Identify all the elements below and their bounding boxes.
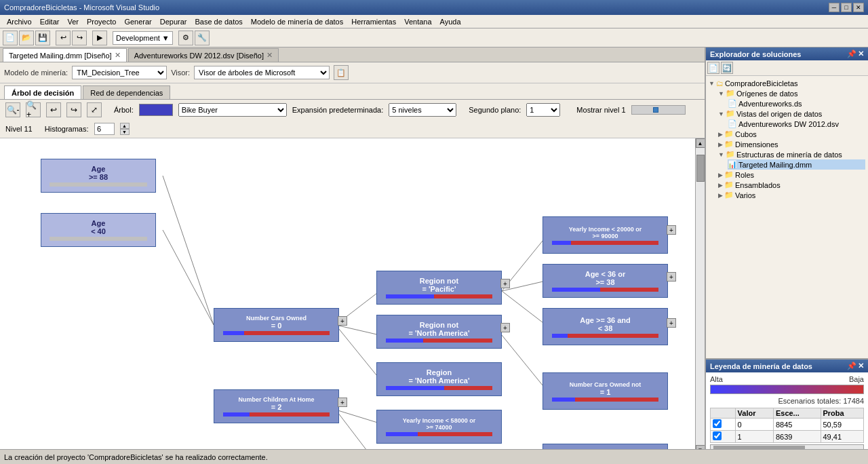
bg-select[interactable]: 1: [526, 103, 560, 117]
new-button[interactable]: 📄: [3, 31, 18, 45]
legend-total: Escenarios totales: 17484: [710, 397, 864, 405]
minimize-button[interactable]: ─: [829, 3, 840, 12]
se-close-button[interactable]: ✕: [858, 50, 864, 58]
save-button[interactable]: 💾: [35, 31, 50, 45]
node-num-cars-owned-0[interactable]: Number Cars Owned = 0: [214, 308, 339, 342]
legend-check-0[interactable]: [713, 419, 722, 428]
se-roles[interactable]: ▶ 📁 Roles: [718, 170, 865, 180]
vertical-scrollbar[interactable]: ▲ ▼: [695, 138, 705, 455]
se-estructuras[interactable]: ▼ 📁 Estructuras de minería de datos: [718, 149, 865, 159]
node-age-36-38[interactable]: Age < 36 or >= 38: [542, 264, 668, 298]
node-num-cars-not-1[interactable]: Number Cars Owned not = 1: [542, 372, 668, 410]
svg-line-9: [502, 291, 546, 325]
node-region-not-north-america[interactable]: Region not = 'North America': [376, 315, 502, 349]
expansion-select[interactable]: 5 niveles: [389, 103, 456, 117]
menu-generar[interactable]: Generar: [120, 16, 155, 27]
menu-depurar[interactable]: Depurar: [156, 16, 191, 27]
node-region-eq-north-america[interactable]: Region = 'North America': [376, 362, 502, 396]
tb-btn1[interactable]: ⚙: [178, 31, 193, 45]
legend-baja-label: Baja: [849, 375, 864, 383]
se-pin-button[interactable]: 📌: [847, 50, 856, 58]
se-vistas[interactable]: ▼ 📁 Vistas del origen de datos: [718, 109, 865, 119]
node-yearly-income-top[interactable]: Yearly Income < 20000 or >= 90000: [542, 216, 668, 254]
se-targeted-mailing[interactable]: 📊 Targeted Mailing.dmm: [728, 159, 865, 170]
expand-region-north[interactable]: +: [500, 323, 510, 332]
node-age-36-and-38[interactable]: Age >= 36 and < 38: [542, 308, 668, 345]
redo-button[interactable]: ↪: [72, 31, 87, 45]
scroll-thumb[interactable]: [696, 155, 705, 182]
viewer-select[interactable]: Visor de árboles de Microsoft: [194, 66, 330, 79]
model-toolbar: Modelo de minería: TM_Decision_Tree Viso…: [0, 62, 705, 83]
zoom-in-button[interactable]: 🔍+: [26, 102, 41, 117]
level-slider[interactable]: [631, 105, 686, 115]
se-adventureworks-dsv[interactable]: 📄 Adventureworks DW 2012.dsv: [728, 119, 865, 129]
node-region-not-pacific[interactable]: Region not = 'Pacific': [376, 271, 502, 305]
legend-pin-button[interactable]: 📌: [847, 362, 856, 370]
menu-editar[interactable]: Editar: [36, 16, 64, 27]
nav-back[interactable]: ↩: [46, 102, 61, 117]
menu-ver[interactable]: Ver: [63, 16, 83, 27]
se-varios[interactable]: ▶ 📁 Varios: [718, 190, 865, 200]
se-origenes[interactable]: ▼ 📁 Orígenes de datos: [718, 88, 865, 98]
tree-label: Árbol:: [114, 106, 134, 114]
legend-row-1: 1 8639 49,41: [711, 431, 864, 443]
config-dropdown[interactable]: Development ▼: [113, 31, 173, 45]
menu-ventana[interactable]: Ventana: [400, 16, 435, 27]
expand-num-children[interactable]: +: [338, 398, 347, 407]
menu-proyecto[interactable]: Proyecto: [83, 16, 120, 27]
subtab-red[interactable]: Red de dependencias: [83, 85, 170, 99]
expand-age-36-and[interactable]: +: [667, 318, 676, 328]
zoom-out-button[interactable]: 🔍-: [5, 102, 20, 117]
model-label: Modelo de minería:: [4, 69, 68, 77]
expand-age-36-38[interactable]: +: [667, 272, 676, 282]
expand-num-cars-0[interactable]: +: [338, 316, 347, 326]
node-age-40[interactable]: Age < 40: [41, 213, 156, 247]
se-tb-btn1[interactable]: 📄: [707, 62, 719, 74]
copy-button[interactable]: 📋: [334, 65, 349, 80]
legend-close-button[interactable]: ✕: [858, 362, 864, 370]
se-adventureworks-ds[interactable]: 📄 Adventureworks.ds: [728, 98, 865, 109]
tree-canvas[interactable]: Age >= 88 Age < 40: [0, 138, 695, 455]
se-dimensiones[interactable]: ▶ 📁 Dimensiones: [718, 139, 865, 149]
scroll-up-arrow[interactable]: ▲: [696, 138, 705, 148]
svg-line-1: [163, 230, 214, 325]
menu-archivo[interactable]: Archivo: [3, 16, 36, 27]
legend-table: Valor Esce... Proba 0 8845 50,59: [710, 408, 864, 443]
se-ensamblados[interactable]: ▶ 📁 Ensamblados: [718, 180, 865, 190]
subtab-arbol[interactable]: Árbol de decisión: [4, 85, 81, 99]
node-yearly-income-58000[interactable]: Yearly Income < 58000 or >= 74000: [376, 410, 502, 444]
maximize-button[interactable]: □: [841, 3, 852, 12]
menu-ayuda[interactable]: Ayuda: [436, 16, 465, 27]
menu-modelo-mineria[interactable]: Modelo de minería de datos: [247, 16, 347, 27]
se-root[interactable]: ▼ 🗂 CompradoreBicicletas: [709, 79, 865, 88]
node-age-88[interactable]: Age >= 88: [41, 159, 156, 193]
scroll-track[interactable]: [696, 148, 705, 445]
document-tabbar: Targeted Mailing.dmm [Diseño] ✕ Adventur…: [0, 47, 705, 62]
open-button[interactable]: 📂: [19, 31, 34, 45]
hist-stepper[interactable]: ▲ ▼: [120, 123, 130, 135]
se-cubos[interactable]: ▶ 📁 Cubos: [718, 129, 865, 139]
debug-start[interactable]: ▶: [92, 31, 107, 45]
tb-btn2[interactable]: 🔧: [195, 31, 210, 45]
show-level-label: Mostrar nivel 1: [576, 106, 625, 114]
legend-check-1[interactable]: [713, 431, 722, 440]
fit-screen[interactable]: ⤢: [87, 102, 102, 117]
close-button[interactable]: ✕: [853, 3, 864, 12]
histogram-input[interactable]: [94, 123, 115, 135]
expand-region-pacific[interactable]: +: [500, 279, 510, 288]
node-num-children-home-2[interactable]: Number Children At Home = 2: [214, 389, 339, 423]
tab-targeted-mailing[interactable]: Targeted Mailing.dmm [Diseño] ✕: [3, 48, 127, 62]
nav-fwd[interactable]: ↪: [66, 102, 81, 117]
menu-base-datos[interactable]: Base de datos: [191, 16, 246, 27]
menu-herramientas[interactable]: Herramientas: [347, 16, 400, 27]
tab-adventureworks[interactable]: Adventureworks DW 2012.dsv [Diseño] ✕: [128, 48, 279, 62]
expand-yearly-top[interactable]: +: [667, 225, 676, 235]
se-tb-btn2[interactable]: 🔄: [721, 62, 733, 74]
tab-close-targeted[interactable]: ✕: [115, 51, 121, 60]
tree-name-select[interactable]: Bike Buyer: [178, 103, 287, 117]
tab-close-adventureworks[interactable]: ✕: [267, 51, 273, 60]
hist-label: Histogramas:: [45, 125, 89, 133]
undo-button[interactable]: ↩: [56, 31, 71, 45]
model-select[interactable]: TM_Decision_Tree: [72, 66, 167, 79]
svg-line-5: [336, 410, 380, 423]
